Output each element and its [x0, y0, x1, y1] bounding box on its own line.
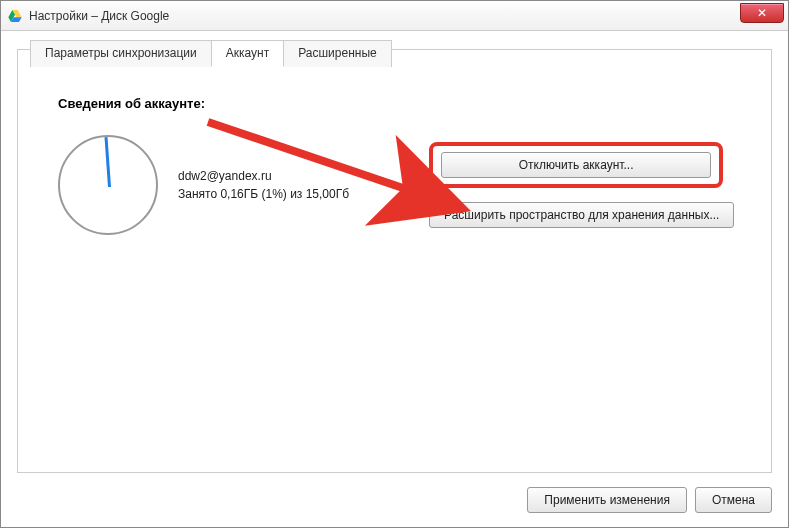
window-titlebar: Настройки – Диск Google ✕ [1, 1, 788, 31]
close-icon: ✕ [757, 6, 767, 20]
apply-button[interactable]: Применить изменения [527, 487, 687, 513]
account-info-col: Сведения об аккаунте: ddw2@yandex.ru Зан… [58, 96, 349, 235]
window-title: Настройки – Диск Google [29, 9, 169, 23]
dialog-footer: Применить изменения Отмена [527, 487, 772, 513]
settings-panel: Параметры синхронизации Аккаунт Расширен… [17, 49, 772, 473]
storage-line: Занято 0,16ГБ (1%) из 15,00Гб [178, 185, 349, 203]
account-text: ddw2@yandex.ru Занято 0,16ГБ (1%) из 15,… [178, 167, 349, 203]
tab-bar: Параметры синхронизации Аккаунт Расширен… [30, 40, 391, 67]
tab-advanced[interactable]: Расширенные [283, 40, 392, 67]
tab-sync[interactable]: Параметры синхронизации [30, 40, 212, 67]
account-actions-col: Отключить аккаунт... Расширить пространс… [389, 96, 741, 235]
annotation-highlight: Отключить аккаунт... [429, 142, 723, 188]
close-button[interactable]: ✕ [740, 3, 784, 23]
content-area: Параметры синхронизации Аккаунт Расширен… [1, 31, 788, 527]
storage-pie-chart [58, 135, 158, 235]
account-row: ddw2@yandex.ru Занято 0,16ГБ (1%) из 15,… [58, 135, 349, 235]
panel-body: Сведения об аккаунте: ddw2@yandex.ru Зан… [18, 50, 771, 255]
cancel-button[interactable]: Отмена [695, 487, 772, 513]
account-heading: Сведения об аккаунте: [58, 96, 349, 111]
google-drive-icon [7, 8, 23, 24]
disconnect-account-button[interactable]: Отключить аккаунт... [441, 152, 711, 178]
account-email: ddw2@yandex.ru [178, 167, 349, 185]
pie-used-slice [105, 137, 111, 187]
tab-account[interactable]: Аккаунт [211, 40, 284, 67]
expand-storage-button[interactable]: Расширить пространство для хранения данн… [429, 202, 734, 228]
